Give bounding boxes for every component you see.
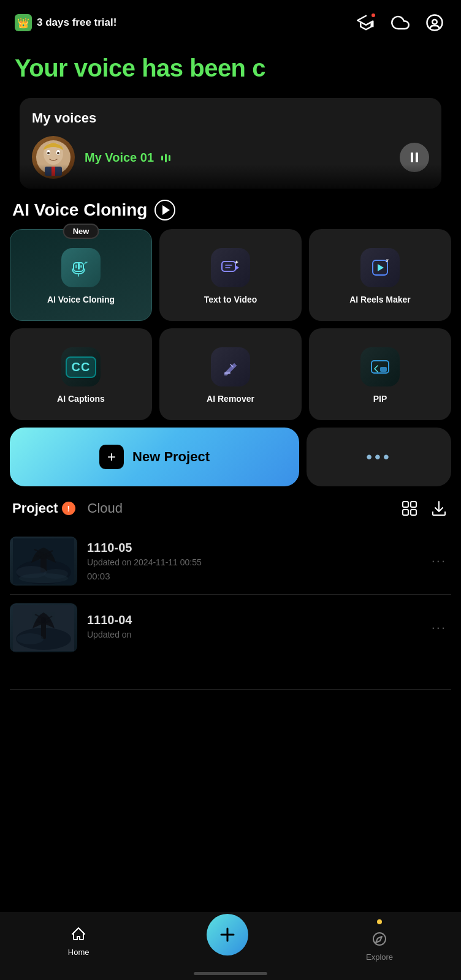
svg-rect-18 [224, 372, 230, 374]
svg-point-37 [373, 933, 386, 945]
my-voices-card: My voices My Voi [20, 98, 441, 189]
project-name: 1110-05 [87, 541, 417, 555]
new-project-button[interactable]: + New Project [10, 428, 299, 486]
trial-label: 3 days free trial! [37, 17, 116, 29]
project-date: Updated on [87, 630, 417, 639]
nav-home[interactable]: Home [50, 924, 108, 957]
explore-label: Explore [366, 952, 393, 962]
nav-explore[interactable]: Explore [348, 919, 411, 962]
home-label: Home [68, 948, 90, 957]
waveform [161, 154, 170, 162]
bottom-handle [194, 972, 267, 975]
project-tab-label: Project [12, 500, 58, 516]
svg-point-34 [17, 633, 44, 644]
ai-voice-title: AI Voice Cloning [12, 200, 147, 220]
top-icons [354, 11, 446, 34]
pause-button[interactable] [400, 143, 429, 172]
hero-title: Your voice has been c [15, 54, 446, 82]
svg-rect-12 [75, 265, 77, 268]
tool-card-voice-cloning[interactable]: New AI Voice Cloning [10, 229, 152, 321]
project-info: 1110-04 Updated on [87, 613, 417, 643]
svg-point-30 [44, 569, 68, 579]
explore-dot [377, 919, 382, 924]
project-thumbnail [10, 603, 77, 652]
explore-icon [370, 929, 389, 949]
tool-card-reels[interactable]: AI Reels Maker [309, 229, 451, 321]
voice-avatar [32, 136, 75, 179]
project-more-button[interactable]: ··· [427, 615, 451, 641]
svg-rect-8 [51, 167, 55, 176]
project-item[interactable]: 1110-04 Updated on ··· [10, 595, 451, 690]
my-voices-title: My voices [32, 110, 429, 126]
tool-card-remover[interactable]: AI Remover [159, 328, 302, 420]
new-badge: New [63, 224, 99, 239]
tool-grid: New AI Voice Cloning Text [0, 227, 461, 428]
action-row: + New Project ••• [0, 428, 461, 499]
hero-banner: Your voice has been c [0, 42, 461, 88]
remover-icon [211, 347, 250, 386]
project-actions [400, 499, 449, 518]
info-badge: ! [62, 502, 75, 515]
play-circle-icon[interactable] [154, 200, 175, 221]
project-tabs: Project ! Cloud [12, 500, 123, 516]
new-project-plus-icon: + [99, 445, 124, 469]
svg-rect-9 [411, 153, 413, 162]
voice-name: My Voice 01 [85, 151, 390, 165]
tool-label-remover: AI Remover [207, 394, 254, 404]
cloud-icon[interactable] [389, 11, 412, 34]
tool-label-text-video: Text to Video [204, 295, 257, 304]
project-date: Updated on 2024-11-11 00:55 [87, 557, 417, 567]
svg-point-6 [57, 152, 59, 154]
svg-point-5 [47, 152, 50, 154]
project-item[interactable]: 1110-05 Updated on 2024-11-11 00:55 00:0… [10, 528, 451, 595]
project-list: 1110-05 Updated on 2024-11-11 00:55 00:0… [0, 528, 461, 690]
grid-view-icon[interactable] [400, 499, 419, 518]
svg-point-0 [427, 15, 443, 31]
user-circle-icon[interactable] [423, 11, 446, 34]
crown-icon: 👑 [15, 14, 32, 31]
more-button[interactable]: ••• [307, 428, 451, 486]
add-button[interactable] [207, 914, 248, 956]
tab-project[interactable]: Project ! [12, 500, 75, 516]
top-bar: 👑 3 days free trial! [0, 0, 461, 42]
svg-rect-20 [380, 367, 387, 372]
pip-icon [360, 347, 400, 386]
tool-label-voice-cloning: AI Voice Cloning [47, 295, 115, 304]
svg-rect-14 [80, 265, 82, 268]
tab-cloud[interactable]: Cloud [88, 500, 123, 516]
voice-cloning-icon [61, 248, 101, 287]
reels-icon [360, 248, 400, 287]
project-more-button[interactable]: ··· [427, 548, 451, 574]
notification-dot [370, 12, 376, 18]
tool-card-text-video[interactable]: Text to Video [159, 229, 302, 321]
text-video-icon [211, 248, 250, 287]
svg-point-29 [16, 566, 47, 578]
new-project-label: New Project [132, 449, 210, 465]
project-name: 1110-04 [87, 613, 417, 627]
tool-card-pip[interactable]: PIP [309, 328, 451, 420]
svg-rect-16 [222, 262, 235, 271]
svg-rect-10 [416, 153, 418, 162]
section-header: AI Voice Cloning [0, 189, 461, 227]
tool-label-captions: AI Captions [57, 394, 105, 404]
project-duration: 00:03 [87, 571, 417, 581]
voice-item[interactable]: My Voice 01 [32, 136, 429, 179]
trial-badge[interactable]: 👑 3 days free trial! [15, 14, 116, 31]
svg-rect-21 [403, 502, 408, 507]
captions-icon: CC [61, 347, 101, 386]
project-section-header: Project ! Cloud [0, 499, 461, 528]
graduate-cap-icon[interactable] [354, 11, 378, 34]
svg-rect-22 [411, 502, 416, 507]
bottom-nav: Home Explore [0, 912, 461, 980]
svg-rect-13 [78, 263, 80, 270]
tool-label-pip: PIP [373, 394, 387, 404]
tool-card-captions[interactable]: CC AI Captions [10, 328, 152, 420]
export-icon[interactable] [429, 499, 449, 518]
tool-label-reels: AI Reels Maker [349, 295, 411, 304]
svg-rect-23 [403, 510, 408, 515]
more-dots-icon: ••• [366, 447, 391, 467]
project-info: 1110-05 Updated on 2024-11-11 00:55 00:0… [87, 541, 417, 581]
project-thumbnail [10, 537, 77, 586]
svg-rect-24 [411, 510, 416, 515]
cloud-tab-label: Cloud [88, 500, 123, 516]
